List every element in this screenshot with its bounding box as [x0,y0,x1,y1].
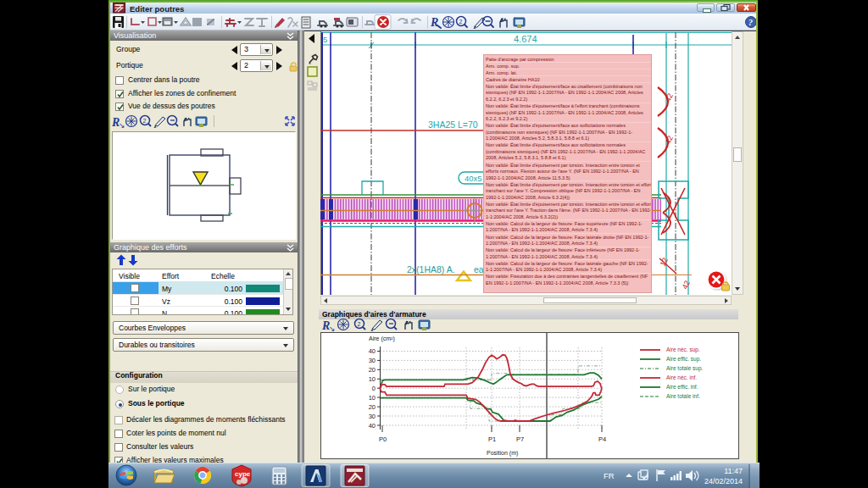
svg-text:Aire totale inf.: Aire totale inf. [666,393,700,399]
svg-text:24/02/2014: 24/02/2014 [704,477,743,485]
svg-text:R: R [430,16,438,29]
svg-text:Aire néc. sup.: Aire néc. sup. [666,347,700,353]
svg-text:20: 20 [369,366,376,374]
svg-text:Position (m): Position (m) [487,450,518,457]
svg-text:P4: P4 [598,435,606,443]
svg-text:3HA25 L=70: 3HA25 L=70 [428,119,478,130]
svg-text:20: 20 [369,403,376,411]
svg-text:40: 40 [369,347,376,355]
svg-text:40: 40 [369,422,376,430]
svg-text:30: 30 [369,357,376,364]
svg-text:2: 2 [143,118,147,124]
svg-text:P0: P0 [379,435,387,443]
svg-text:cype: cype [235,470,251,478]
svg-text:42: 42 [681,280,692,291]
svg-text:Aire néc. inf.: Aire néc. inf. [666,374,697,380]
svg-text:Aire (cm²): Aire (cm²) [369,336,395,342]
svg-text:5: 5 [323,35,327,44]
svg-text:↘: ↘ [329,324,336,332]
svg-text:10: 10 [369,394,376,402]
svg-text:P1: P1 [488,435,496,443]
svg-text:Aire effic. sup.: Aire effic. sup. [666,356,701,363]
svg-text:30: 30 [369,413,376,420]
svg-text:?: ? [748,18,753,27]
svg-text:2x(1HA8) A.: 2x(1HA8) A. [407,264,455,274]
svg-text:4.674: 4.674 [514,34,537,44]
svg-text:FR: FR [604,471,615,480]
svg-text:P7: P7 [516,435,524,443]
svg-text:2: 2 [358,321,361,327]
svg-text:0: 0 [372,385,376,392]
svg-text:40x5: 40x5 [465,174,482,183]
svg-text:2: 2 [459,19,463,25]
svg-text:10: 10 [369,375,376,383]
svg-text:Aire totale sup.: Aire totale sup. [666,365,704,372]
svg-text:Aire effic. inf.: Aire effic. inf. [666,384,698,390]
svg-text:11:47: 11:47 [724,467,743,475]
svg-text:↘: ↘ [119,121,125,130]
